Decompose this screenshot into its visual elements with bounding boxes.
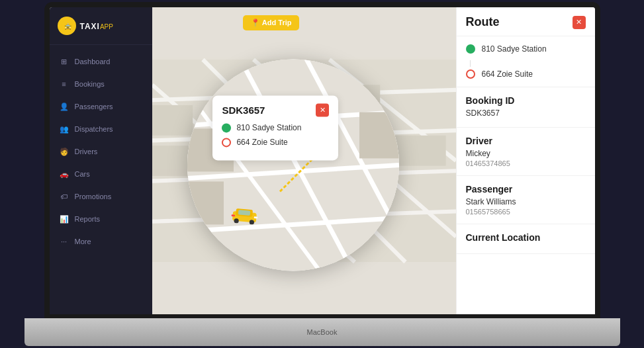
cars-icon: 🚗 bbox=[59, 169, 69, 179]
svg-rect-11 bbox=[152, 105, 193, 136]
logo-text-group: TAXIAPP bbox=[80, 20, 113, 32]
popup-route-item-2: 664 Zoie Suite bbox=[222, 138, 329, 147]
panel-dot-green bbox=[466, 44, 475, 54]
sidebar-item-dispatchers[interactable]: 👥 Dispatchers bbox=[50, 118, 152, 140]
panel-route-label-1: 810 Sadye Station bbox=[482, 44, 547, 54]
passenger-phone: 01565758665 bbox=[466, 208, 586, 216]
svg-rect-26 bbox=[187, 181, 224, 224]
more-icon: ··· bbox=[59, 236, 69, 247]
passengers-icon: 👤 bbox=[59, 101, 69, 112]
add-trip-button[interactable]: 📍 Add Trip bbox=[243, 15, 299, 30]
info-popup: SDK3657 ✕ 810 Sadye Station 664 Zoie Sui… bbox=[212, 95, 338, 160]
sidebar: 🚖 TAXIAPP ⊞ Dashboard ≡ Bookings bbox=[50, 7, 152, 314]
booking-label: Booking ID bbox=[466, 95, 586, 106]
driver-section: Driver Mickey 01465374865 bbox=[457, 128, 595, 176]
taxi-logo-icon: 🚖 bbox=[58, 17, 76, 35]
dashboard-icon: ⊞ bbox=[59, 56, 69, 67]
main-content: 📍 Add Trip bbox=[152, 7, 456, 314]
sidebar-label-more: More bbox=[75, 238, 91, 245]
popup-header: SDK3657 ✕ bbox=[222, 103, 329, 116]
panel-header: Route ✕ bbox=[457, 7, 595, 36]
popup-close-button[interactable]: ✕ bbox=[316, 103, 329, 116]
panel-route-item-1: 810 Sadye Station bbox=[466, 44, 586, 54]
driver-name: Mickey bbox=[466, 149, 586, 158]
current-location-label: Current Location bbox=[466, 232, 586, 243]
driver-label: Driver bbox=[466, 136, 586, 146]
sidebar-label-promotions: Promotions bbox=[75, 193, 112, 200]
sidebar-item-dashboard[interactable]: ⊞ Dashboard bbox=[50, 50, 152, 73]
popup-close-icon: ✕ bbox=[320, 106, 326, 114]
macbook-label: MacBook bbox=[307, 328, 338, 336]
passenger-name: Stark Williams bbox=[466, 197, 586, 206]
map-circle-popup: SDK3657 ✕ 810 Sadye Station 664 Zoie Sui… bbox=[187, 59, 399, 271]
sidebar-item-promotions[interactable]: 🏷 Promotions bbox=[50, 185, 152, 208]
driver-phone: 01465374865 bbox=[466, 159, 586, 167]
sidebar-menu: ⊞ Dashboard ≡ Bookings 👤 Passengers 👥 Di… bbox=[50, 45, 152, 314]
panel-close-button[interactable]: ✕ bbox=[573, 16, 586, 29]
app-container: 🚖 TAXIAPP ⊞ Dashboard ≡ Bookings bbox=[50, 7, 595, 314]
popup-route-label-2: 664 Zoie Suite bbox=[236, 138, 287, 147]
svg-text:🚖: 🚖 bbox=[64, 22, 72, 30]
popup-booking-id: SDK3657 bbox=[222, 105, 265, 116]
sidebar-item-more[interactable]: ··· More bbox=[50, 230, 152, 253]
booking-section: Booking ID SDK3657 bbox=[457, 87, 595, 128]
laptop-notch bbox=[296, 2, 349, 6]
reports-icon: 📊 bbox=[59, 214, 69, 224]
sidebar-item-cars[interactable]: 🚗 Cars bbox=[50, 163, 152, 185]
sidebar-item-drivers[interactable]: 🧑 Drivers bbox=[50, 140, 152, 163]
panel-route: 810 Sadye Station 664 Zoie Suite bbox=[457, 36, 595, 87]
sidebar-label-dispatchers: Dispatchers bbox=[75, 125, 113, 133]
panel-dot-red bbox=[466, 69, 475, 79]
sidebar-label-drivers: Drivers bbox=[75, 148, 98, 155]
bookings-icon: ≡ bbox=[59, 79, 69, 89]
passenger-section: Passenger Stark Williams 01565758665 bbox=[457, 176, 595, 224]
add-trip-label: 📍 Add Trip bbox=[251, 19, 291, 26]
sidebar-label-cars: Cars bbox=[75, 170, 90, 178]
logo-subname: APP bbox=[100, 23, 113, 30]
laptop-frame: 🚖 TAXIAPP ⊞ Dashboard ≡ Bookings bbox=[24, 2, 620, 346]
panel-route-item-2: 664 Zoie Suite bbox=[466, 69, 586, 79]
route-dot-green bbox=[222, 123, 231, 132]
sidebar-label-reports: Reports bbox=[75, 215, 101, 223]
dispatchers-icon: 👥 bbox=[59, 124, 69, 134]
drivers-icon: 🧑 bbox=[59, 146, 69, 157]
route-dot-red bbox=[222, 138, 231, 147]
sidebar-item-passengers[interactable]: 👤 Passengers bbox=[50, 95, 152, 118]
panel-route-label-2: 664 Zoie Suite bbox=[482, 69, 533, 79]
popup-route-item-1: 810 Sadye Station bbox=[222, 123, 329, 132]
panel-title: Route bbox=[466, 15, 500, 29]
sidebar-label-passengers: Passengers bbox=[75, 103, 113, 110]
popup-route-label-1: 810 Sadye Station bbox=[236, 123, 301, 132]
passenger-label: Passenger bbox=[466, 184, 586, 195]
route-connector bbox=[470, 60, 471, 67]
logo-name: TAXI bbox=[80, 22, 100, 31]
laptop-screen: 🚖 TAXIAPP ⊞ Dashboard ≡ Bookings bbox=[44, 2, 600, 320]
map-inner-roads bbox=[187, 59, 399, 271]
svg-rect-25 bbox=[359, 112, 399, 158]
sidebar-label-dashboard: Dashboard bbox=[75, 58, 111, 65]
sidebar-item-reports[interactable]: 📊 Reports bbox=[50, 208, 152, 230]
promotions-icon: 🏷 bbox=[59, 191, 69, 202]
car-bottom bbox=[229, 206, 260, 226]
sidebar-label-bookings: Bookings bbox=[75, 80, 105, 88]
laptop-base: MacBook bbox=[24, 318, 620, 346]
current-location-section: Current Location bbox=[457, 224, 595, 254]
panel-close-icon: ✕ bbox=[576, 18, 582, 26]
sidebar-logo: 🚖 TAXIAPP bbox=[50, 7, 152, 45]
map-inner bbox=[187, 59, 399, 271]
booking-value: SDK3657 bbox=[466, 109, 586, 118]
sidebar-item-bookings[interactable]: ≡ Bookings bbox=[50, 73, 152, 95]
detail-panel: Route ✕ 810 Sadye Station 664 Zoie Suite bbox=[456, 7, 595, 314]
